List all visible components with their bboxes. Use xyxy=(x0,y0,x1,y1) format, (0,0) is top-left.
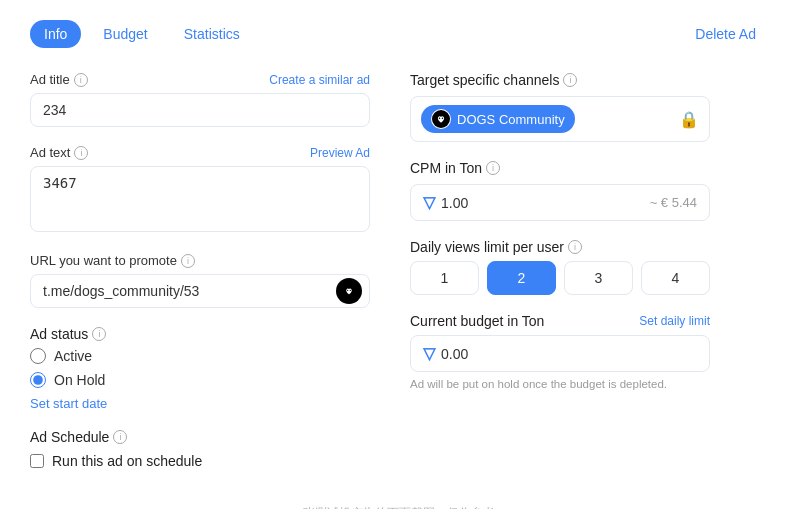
view-btn-1[interactable]: 1 xyxy=(410,261,479,295)
view-btn-2[interactable]: 2 xyxy=(487,261,556,295)
url-label: URL you want to promote xyxy=(30,253,177,268)
schedule-checkbox-item: Run this ad on schedule xyxy=(30,453,370,469)
url-label-row: URL you want to promote i xyxy=(30,253,370,268)
ad-schedule-info-icon: i xyxy=(113,430,127,444)
tab-bar: Info Budget Statistics Delete Ad xyxy=(30,20,756,48)
ad-text-group: Ad text i Preview Ad 3467 xyxy=(30,145,370,235)
delete-ad-button[interactable]: Delete Ad xyxy=(695,26,756,42)
budget-note: Ad will be put on hold once the budget i… xyxy=(410,378,710,390)
ad-status-label: Ad status xyxy=(30,326,88,342)
ad-title-input[interactable] xyxy=(30,93,370,127)
url-group: URL you want to promote i xyxy=(30,253,370,308)
radio-active-label: Active xyxy=(54,348,92,364)
cpm-label: CPM in Ton xyxy=(410,160,482,176)
radio-onhold[interactable]: On Hold xyxy=(30,372,370,388)
ad-text-label-row: Ad text i Preview Ad xyxy=(30,145,370,160)
ad-status-group: Ad status i Active On Hold Set start dat… xyxy=(30,326,370,411)
channels-group: Target specific channels i DOGS Communit… xyxy=(410,72,710,142)
cpm-info-icon: i xyxy=(486,161,500,175)
ad-schedule-label: Ad Schedule xyxy=(30,429,109,445)
schedule-checkbox-label: Run this ad on schedule xyxy=(52,453,202,469)
view-btn-4[interactable]: 4 xyxy=(641,261,710,295)
channels-label: Target specific channels xyxy=(410,72,559,88)
right-column: Target specific channels i DOGS Communit… xyxy=(410,72,710,469)
budget-label: Current budget in Ton xyxy=(410,313,544,329)
svg-point-2 xyxy=(350,290,351,291)
channel-chip-label: DOGS Community xyxy=(457,112,565,127)
channel-chip[interactable]: DOGS Community xyxy=(421,105,575,133)
view-btn-3[interactable]: 3 xyxy=(564,261,633,295)
budget-input[interactable] xyxy=(441,346,521,362)
set-daily-limit-link[interactable]: Set daily limit xyxy=(639,314,710,328)
channel-wrapper: DOGS Community 🔒 xyxy=(410,96,710,142)
lock-icon: 🔒 xyxy=(679,110,699,129)
ton-icon: ▽ xyxy=(423,193,435,212)
radio-group: Active On Hold xyxy=(30,348,370,388)
tab-budget[interactable]: Budget xyxy=(89,20,161,48)
budget-group: Current budget in Ton Set daily limit ▽ … xyxy=(410,313,710,390)
budget-input-wrapper: ▽ xyxy=(410,335,710,372)
cpm-input[interactable] xyxy=(441,195,501,211)
footer-note: 一张测试投广告的页面截图，仅作参考 xyxy=(30,505,756,509)
create-similar-link[interactable]: Create a similar ad xyxy=(269,73,370,87)
views-buttons: 1 2 3 4 xyxy=(410,261,710,295)
ad-text-label: Ad text xyxy=(30,145,70,160)
left-column: Ad title i Create a similar ad Ad text i… xyxy=(30,72,370,469)
radio-active-input[interactable] xyxy=(30,348,46,364)
daily-views-group: Daily views limit per user i 1 2 3 4 xyxy=(410,239,710,295)
preview-ad-link[interactable]: Preview Ad xyxy=(310,146,370,160)
ad-text-info-icon: i xyxy=(74,146,88,160)
ad-title-label-row: Ad title i Create a similar ad xyxy=(30,72,370,87)
svg-point-1 xyxy=(347,290,348,291)
cpm-group: CPM in Ton i ▽ ~ € 5.44 xyxy=(410,160,710,221)
set-start-date-link[interactable]: Set start date xyxy=(30,396,107,411)
daily-views-label: Daily views limit per user xyxy=(410,239,564,255)
ad-schedule-group: Ad Schedule i Run this ad on schedule xyxy=(30,429,370,469)
ad-title-label: Ad title xyxy=(30,72,70,87)
schedule-checkbox[interactable] xyxy=(30,454,44,468)
ad-text-input[interactable]: 3467 xyxy=(30,166,370,232)
url-info-icon: i xyxy=(181,254,195,268)
radio-onhold-input[interactable] xyxy=(30,372,46,388)
svg-point-4 xyxy=(439,118,441,120)
channel-chip-icon xyxy=(431,109,451,129)
radio-active[interactable]: Active xyxy=(30,348,370,364)
radio-onhold-label: On Hold xyxy=(54,372,105,388)
cpm-approx: ~ € 5.44 xyxy=(650,195,697,210)
ad-title-group: Ad title i Create a similar ad xyxy=(30,72,370,127)
budget-header: Current budget in Ton Set daily limit xyxy=(410,313,710,329)
url-input[interactable] xyxy=(30,274,370,308)
svg-point-5 xyxy=(442,118,444,120)
daily-views-info-icon: i xyxy=(568,240,582,254)
budget-ton-icon: ▽ xyxy=(423,344,435,363)
cpm-wrapper: ▽ ~ € 5.44 xyxy=(410,184,710,221)
url-channel-icon xyxy=(336,278,362,304)
tab-info[interactable]: Info xyxy=(30,20,81,48)
tab-statistics[interactable]: Statistics xyxy=(170,20,254,48)
url-input-wrapper xyxy=(30,274,370,308)
ad-status-info-icon: i xyxy=(92,327,106,341)
main-content: Ad title i Create a similar ad Ad text i… xyxy=(30,72,756,469)
ad-title-info-icon: i xyxy=(74,73,88,87)
channels-info-icon: i xyxy=(563,73,577,87)
